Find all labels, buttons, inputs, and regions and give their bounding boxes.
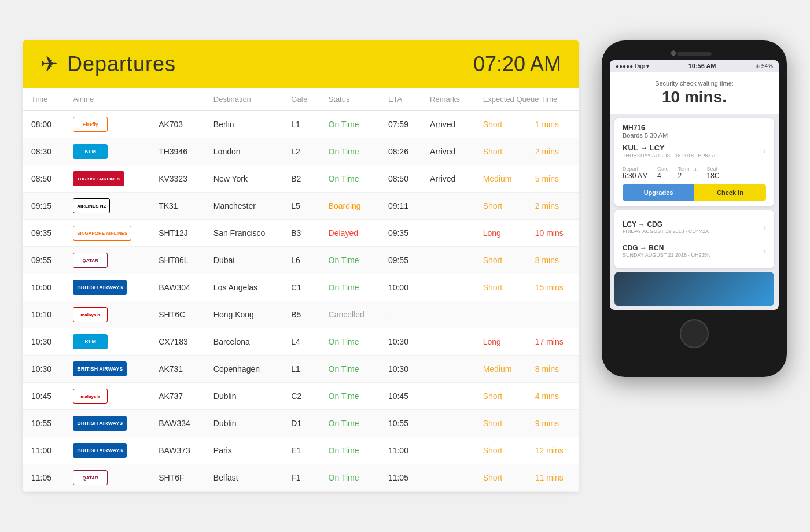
- cell-status: On Time: [321, 165, 380, 193]
- cell-flight: SHT6C: [150, 301, 205, 328]
- cell-destination: Dubai: [205, 247, 283, 274]
- depart-label: Depart: [623, 166, 648, 172]
- mins-text: 15 mins: [535, 283, 564, 292]
- departures-title: Departures: [67, 52, 176, 76]
- mins-text: 9 mins: [535, 419, 559, 428]
- bg-card: [614, 272, 774, 306]
- detail-depart: Depart 6:30 AM: [623, 166, 648, 180]
- signal-indicator: ●●●●● Digi ▾: [616, 63, 649, 69]
- table-row: 08:00 Firefly AK703 Berlin L1 On Time 07…: [23, 111, 579, 138]
- mins-text: 5 mins: [535, 174, 559, 183]
- cell-status: On Time: [321, 356, 380, 383]
- route3-link[interactable]: CDG → BCN SUNDAY AUGUST 21 2018 · UH9J5N…: [623, 239, 766, 263]
- status-text: On Time: [329, 446, 359, 455]
- cell-destination: Hong Kong: [205, 301, 283, 328]
- detail-gate: Gate 4: [657, 166, 669, 180]
- cell-status: Cancelled: [321, 301, 380, 328]
- depart-val: 6:30 AM: [623, 172, 648, 180]
- cell-destination: Paris: [205, 437, 283, 464]
- cell-gate: F1: [283, 464, 320, 492]
- upgrades-button[interactable]: Upgrades: [623, 184, 694, 201]
- cell-eta: 07:59: [380, 111, 422, 138]
- departures-board: ✈ Departures 07:20 AM Time Airline Desti…: [23, 40, 579, 492]
- table-row: 08:50 TURKISH AIRLINES KV3323 New York B…: [23, 165, 579, 193]
- cell-flight: BAW373: [150, 437, 205, 464]
- airline-logo: BRITISH AIRWAYS: [73, 280, 127, 295]
- cell-status: On Time: [321, 247, 380, 274]
- status-text: On Time: [329, 364, 359, 374]
- cell-mins: -: [527, 301, 579, 328]
- status-text: Boarding: [329, 201, 361, 210]
- status-text: On Time: [329, 120, 359, 129]
- cell-queue: Long: [475, 220, 527, 247]
- cell-flight: CX7183: [150, 328, 205, 356]
- col-queue: Expected Queue Time: [475, 88, 579, 111]
- route1-sub: THURSDAY AUGUST 18 2018 · BP8Z7C: [623, 153, 718, 158]
- status-text: On Time: [329, 419, 359, 428]
- battery-indicator: ⊕ 54%: [755, 63, 773, 69]
- table-row: 09:35 SINGAPORE AIRLINES SHT12J San Fran…: [23, 220, 579, 247]
- cell-status: On Time: [321, 274, 380, 301]
- cell-destination: Belfast: [205, 464, 283, 492]
- cell-mins: 8 mins: [527, 356, 579, 383]
- cell-airline-logo: QATAR: [65, 247, 150, 274]
- cell-eta: 09:11: [380, 193, 422, 220]
- cell-destination: Barcelona: [205, 328, 283, 356]
- mins-text: 12 mins: [535, 446, 564, 455]
- route1-text: KUL → LCY: [623, 143, 718, 152]
- mins-text: 11 mins: [535, 473, 564, 482]
- col-time: Time: [23, 88, 65, 111]
- cell-remarks: [422, 437, 475, 464]
- cell-queue: Short: [475, 383, 527, 410]
- cell-gate: L1: [283, 111, 320, 138]
- queue-text: Short: [483, 419, 502, 428]
- cell-airline-logo: KLM: [65, 138, 150, 165]
- cell-mins: 11 mins: [527, 464, 579, 492]
- phone-screen: ●●●●● Digi ▾ 10:56 AM ⊕ 54% Security che…: [610, 60, 779, 310]
- cell-time: 11:05: [23, 464, 65, 492]
- queue-text: Long: [483, 228, 501, 238]
- cell-gate: B5: [283, 301, 320, 328]
- queue-text: -: [483, 310, 486, 319]
- cell-status: On Time: [321, 111, 380, 138]
- flight-table: Time Airline Destination Gate Status ETA…: [23, 88, 579, 492]
- security-time: 10 mins.: [619, 88, 770, 106]
- cell-mins: 17 mins: [527, 328, 579, 356]
- checkin-button[interactable]: Check In: [694, 184, 766, 201]
- cell-eta: 10:55: [380, 410, 422, 437]
- cell-airline-logo: AIRLINES NZ: [65, 193, 150, 220]
- cell-queue: Short: [475, 193, 527, 220]
- home-button[interactable]: [680, 319, 709, 348]
- airline-logo: malaysia: [73, 389, 108, 404]
- cell-eta: 08:50: [380, 165, 422, 193]
- secondary-flight-card-1: LCY → CDG FRIDAY AUGUST 19 2018 · CU4Y2A…: [614, 210, 774, 268]
- cell-destination: New York: [205, 165, 283, 193]
- terminal-label: Terminal: [678, 166, 698, 172]
- table-row: 10:30 KLM CX7183 Barcelona L4 On Time 10…: [23, 328, 579, 356]
- cell-time: 10:45: [23, 383, 65, 410]
- queue-text: Short: [483, 446, 502, 455]
- cell-time: 08:50: [23, 165, 65, 193]
- flight-route: KUL → LCY THURSDAY AUGUST 18 2018 · BP8Z…: [623, 143, 766, 162]
- status-text: On Time: [329, 283, 359, 292]
- cell-status: On Time: [321, 437, 380, 464]
- table-row: 09:55 QATAR SHT86L Dubai L6 On Time 09:5…: [23, 247, 579, 274]
- mins-text: 17 mins: [535, 337, 564, 346]
- route2-link[interactable]: LCY → CDG FRIDAY AUGUST 19 2018 · CU4Y2A…: [623, 216, 766, 239]
- queue-text: Short: [483, 201, 502, 210]
- queue-text: Short: [483, 473, 502, 482]
- mins-text: 10 mins: [535, 228, 564, 238]
- cell-gate: L6: [283, 247, 320, 274]
- cell-queue: Short: [475, 274, 527, 301]
- seat-val: 18C: [707, 172, 720, 180]
- cell-remarks: [422, 247, 475, 274]
- action-buttons: Upgrades Check In: [623, 184, 766, 201]
- table-row: 10:45 malaysia AK737 Dublin C2 On Time 1…: [23, 383, 579, 410]
- gate-val: 4: [657, 172, 661, 180]
- status-text: Delayed: [329, 228, 358, 238]
- terminal-val: 2: [678, 172, 682, 180]
- cell-status: Boarding: [321, 193, 380, 220]
- mins-text: 2 mins: [535, 201, 559, 210]
- cell-status: On Time: [321, 410, 380, 437]
- cell-gate: C2: [283, 383, 320, 410]
